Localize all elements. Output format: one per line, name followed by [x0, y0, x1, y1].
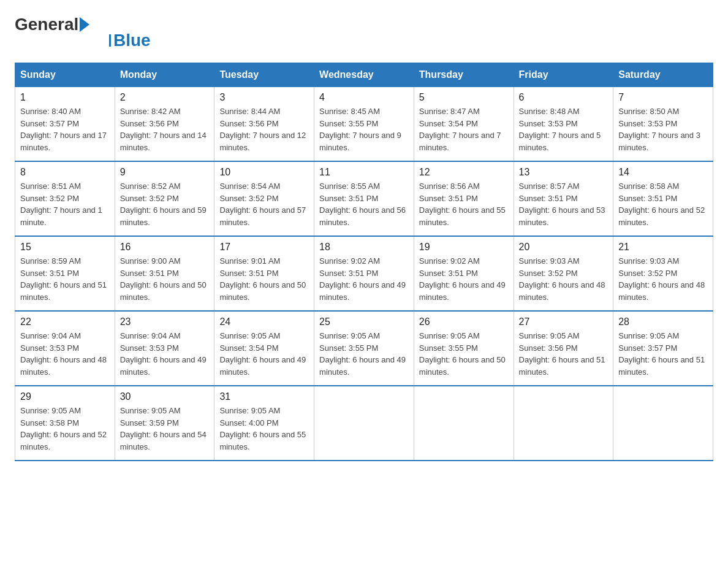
calendar-cell: 14 Sunrise: 8:58 AMSunset: 3:51 PMDaylig…	[613, 161, 713, 236]
day-number: 10	[219, 167, 309, 178]
week-row-2: 8 Sunrise: 8:51 AMSunset: 3:52 PMDayligh…	[15, 161, 713, 236]
calendar-cell: 7 Sunrise: 8:50 AMSunset: 3:53 PMDayligh…	[613, 87, 713, 162]
day-number: 3	[219, 92, 309, 103]
week-row-3: 15 Sunrise: 8:59 AMSunset: 3:51 PMDaylig…	[15, 236, 713, 311]
day-info: Sunrise: 9:05 AMSunset: 3:59 PMDaylight:…	[120, 405, 210, 453]
calendar-cell: 6 Sunrise: 8:48 AMSunset: 3:53 PMDayligh…	[514, 87, 613, 162]
header-day-sunday: Sunday	[15, 63, 115, 87]
calendar-cell: 25 Sunrise: 9:05 AMSunset: 3:55 PMDaylig…	[314, 311, 414, 386]
calendar-cell: 11 Sunrise: 8:55 AMSunset: 3:51 PMDaylig…	[314, 161, 414, 236]
calendar-cell: 29 Sunrise: 9:05 AMSunset: 3:58 PMDaylig…	[15, 386, 115, 461]
week-row-5: 29 Sunrise: 9:05 AMSunset: 3:58 PMDaylig…	[15, 386, 713, 461]
calendar-cell	[613, 386, 713, 461]
day-info: Sunrise: 8:52 AMSunset: 3:52 PMDaylight:…	[120, 180, 210, 228]
logo: General Blue	[15, 15, 151, 50]
day-number: 21	[618, 242, 708, 253]
day-number: 6	[519, 92, 609, 103]
calendar-cell: 12 Sunrise: 8:56 AMSunset: 3:51 PMDaylig…	[414, 161, 514, 236]
day-info: Sunrise: 9:04 AMSunset: 3:53 PMDaylight:…	[20, 330, 110, 378]
calendar-cell	[414, 386, 514, 461]
day-info: Sunrise: 9:03 AMSunset: 3:52 PMDaylight:…	[519, 255, 609, 303]
week-row-4: 22 Sunrise: 9:04 AMSunset: 3:53 PMDaylig…	[15, 311, 713, 386]
day-info: Sunrise: 8:58 AMSunset: 3:51 PMDaylight:…	[618, 180, 708, 228]
header-row: SundayMondayTuesdayWednesdayThursdayFrid…	[15, 63, 713, 87]
calendar-table: SundayMondayTuesdayWednesdayThursdayFrid…	[15, 63, 713, 461]
header-day-tuesday: Tuesday	[214, 63, 314, 87]
day-number: 4	[319, 92, 409, 103]
day-info: Sunrise: 8:59 AMSunset: 3:51 PMDaylight:…	[20, 255, 110, 303]
calendar-cell	[314, 386, 414, 461]
day-number: 13	[519, 167, 609, 178]
day-number: 30	[120, 391, 210, 402]
calendar-cell: 27 Sunrise: 9:05 AMSunset: 3:56 PMDaylig…	[514, 311, 613, 386]
logo-blue-part	[78, 17, 91, 32]
calendar-cell: 15 Sunrise: 8:59 AMSunset: 3:51 PMDaylig…	[15, 236, 115, 311]
calendar-cell: 16 Sunrise: 9:00 AMSunset: 3:51 PMDaylig…	[115, 236, 214, 311]
calendar-cell: 17 Sunrise: 9:01 AMSunset: 3:51 PMDaylig…	[214, 236, 314, 311]
calendar-cell: 21 Sunrise: 9:03 AMSunset: 3:52 PMDaylig…	[613, 236, 713, 311]
day-number: 26	[419, 316, 509, 327]
day-info: Sunrise: 9:04 AMSunset: 3:53 PMDaylight:…	[120, 330, 210, 378]
day-info: Sunrise: 8:50 AMSunset: 3:53 PMDaylight:…	[618, 105, 708, 153]
calendar-cell: 31 Sunrise: 9:05 AMSunset: 4:00 PMDaylig…	[214, 386, 314, 461]
day-info: Sunrise: 9:05 AMSunset: 3:55 PMDaylight:…	[419, 330, 509, 378]
day-info: Sunrise: 8:57 AMSunset: 3:51 PMDaylight:…	[519, 180, 609, 228]
day-number: 24	[219, 316, 309, 327]
day-number: 8	[20, 167, 110, 178]
day-number: 28	[618, 316, 708, 327]
calendar-cell: 9 Sunrise: 8:52 AMSunset: 3:52 PMDayligh…	[115, 161, 214, 236]
day-info: Sunrise: 9:05 AMSunset: 3:57 PMDaylight:…	[618, 330, 708, 378]
calendar-cell: 1 Sunrise: 8:40 AMSunset: 3:57 PMDayligh…	[15, 87, 115, 162]
day-info: Sunrise: 8:55 AMSunset: 3:51 PMDaylight:…	[319, 180, 409, 228]
day-number: 25	[319, 316, 409, 327]
day-number: 17	[219, 242, 309, 253]
day-number: 9	[120, 167, 210, 178]
day-number: 15	[20, 242, 110, 253]
header-day-monday: Monday	[115, 63, 214, 87]
calendar-cell: 18 Sunrise: 9:02 AMSunset: 3:51 PMDaylig…	[314, 236, 414, 311]
day-info: Sunrise: 8:42 AMSunset: 3:56 PMDaylight:…	[120, 105, 210, 153]
day-number: 23	[120, 316, 210, 327]
calendar-cell: 24 Sunrise: 9:05 AMSunset: 3:54 PMDaylig…	[214, 311, 314, 386]
day-info: Sunrise: 8:47 AMSunset: 3:54 PMDaylight:…	[419, 105, 509, 153]
day-info: Sunrise: 8:40 AMSunset: 3:57 PMDaylight:…	[20, 105, 110, 153]
calendar-cell	[514, 386, 613, 461]
day-number: 22	[20, 316, 110, 327]
header-day-thursday: Thursday	[414, 63, 514, 87]
day-info: Sunrise: 9:05 AMSunset: 3:54 PMDaylight:…	[219, 330, 309, 378]
day-number: 5	[419, 92, 509, 103]
day-info: Sunrise: 9:03 AMSunset: 3:52 PMDaylight:…	[618, 255, 708, 303]
day-info: Sunrise: 9:05 AMSunset: 3:56 PMDaylight:…	[519, 330, 609, 378]
day-number: 27	[519, 316, 609, 327]
header-day-wednesday: Wednesday	[314, 63, 414, 87]
calendar-cell: 30 Sunrise: 9:05 AMSunset: 3:59 PMDaylig…	[115, 386, 214, 461]
day-info: Sunrise: 9:05 AMSunset: 3:55 PMDaylight:…	[319, 330, 409, 378]
day-info: Sunrise: 9:05 AMSunset: 3:58 PMDaylight:…	[20, 405, 110, 453]
day-number: 11	[319, 167, 409, 178]
header-day-friday: Friday	[514, 63, 613, 87]
day-info: Sunrise: 8:54 AMSunset: 3:52 PMDaylight:…	[219, 180, 309, 228]
day-number: 20	[519, 242, 609, 253]
day-info: Sunrise: 9:02 AMSunset: 3:51 PMDaylight:…	[419, 255, 509, 303]
logo-blue-text: Blue	[113, 31, 151, 50]
week-row-1: 1 Sunrise: 8:40 AMSunset: 3:57 PMDayligh…	[15, 87, 713, 162]
calendar-cell: 13 Sunrise: 8:57 AMSunset: 3:51 PMDaylig…	[514, 161, 613, 236]
day-number: 16	[120, 242, 210, 253]
day-info: Sunrise: 8:51 AMSunset: 3:52 PMDaylight:…	[20, 180, 110, 228]
calendar-cell: 8 Sunrise: 8:51 AMSunset: 3:52 PMDayligh…	[15, 161, 115, 236]
day-info: Sunrise: 8:44 AMSunset: 3:56 PMDaylight:…	[219, 105, 309, 153]
day-number: 7	[618, 92, 708, 103]
header-day-saturday: Saturday	[613, 63, 713, 87]
day-info: Sunrise: 8:56 AMSunset: 3:51 PMDaylight:…	[419, 180, 509, 228]
calendar-cell: 3 Sunrise: 8:44 AMSunset: 3:56 PMDayligh…	[214, 87, 314, 162]
day-number: 31	[219, 391, 309, 402]
calendar-cell: 26 Sunrise: 9:05 AMSunset: 3:55 PMDaylig…	[414, 311, 514, 386]
day-info: Sunrise: 9:01 AMSunset: 3:51 PMDaylight:…	[219, 255, 309, 303]
day-info: Sunrise: 9:05 AMSunset: 4:00 PMDaylight:…	[219, 405, 309, 453]
calendar-cell: 28 Sunrise: 9:05 AMSunset: 3:57 PMDaylig…	[613, 311, 713, 386]
calendar-cell: 20 Sunrise: 9:03 AMSunset: 3:52 PMDaylig…	[514, 236, 613, 311]
calendar-cell: 2 Sunrise: 8:42 AMSunset: 3:56 PMDayligh…	[115, 87, 214, 162]
day-number: 14	[618, 167, 708, 178]
day-info: Sunrise: 9:00 AMSunset: 3:51 PMDaylight:…	[120, 255, 210, 303]
page-header: General Blue	[15, 15, 713, 50]
